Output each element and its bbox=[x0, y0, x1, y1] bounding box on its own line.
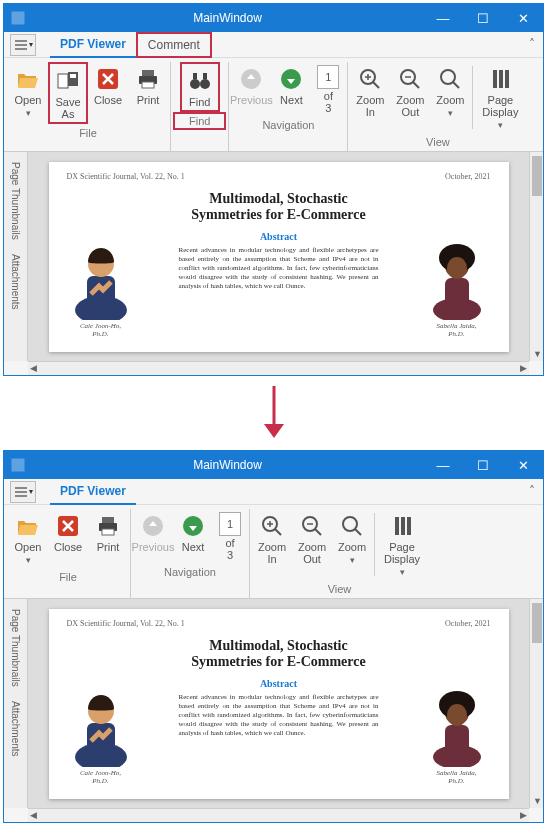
side-tabs: Page Thumbnails Attachments bbox=[4, 152, 28, 361]
document-viewport[interactable]: DX Scientific Journal, Vol. 22, No. 1 Oc… bbox=[28, 152, 529, 361]
svg-line-49 bbox=[275, 529, 281, 535]
sidetab-attachments[interactable]: Attachments bbox=[8, 697, 23, 761]
maximize-button[interactable]: ☐ bbox=[463, 451, 503, 479]
previous-button[interactable]: Previous bbox=[133, 509, 173, 563]
collapse-ribbon-button[interactable]: ˄ bbox=[529, 484, 535, 498]
zoom-out-button[interactable]: Zoom Out bbox=[390, 62, 430, 133]
horizontal-scrollbar[interactable]: ◀▶ bbox=[28, 808, 529, 822]
print-button[interactable]: Print bbox=[128, 62, 168, 124]
collapse-ribbon-button[interactable]: ˄ bbox=[529, 37, 535, 51]
zoom-out-icon bbox=[301, 511, 323, 541]
document-viewport[interactable]: DX Scientific Journal, Vol. 22, No. 1 Oc… bbox=[28, 599, 529, 808]
ribbon-group-file: Open Save As Close Print File bbox=[6, 62, 171, 151]
svg-rect-4 bbox=[58, 74, 68, 88]
minimize-button[interactable]: — bbox=[423, 4, 463, 32]
vertical-scrollbar[interactable]: ▼ bbox=[529, 599, 543, 808]
group-label-view: View bbox=[426, 133, 450, 151]
person-photo-left bbox=[69, 687, 133, 767]
svg-rect-28 bbox=[505, 70, 509, 88]
svg-point-67 bbox=[447, 704, 467, 726]
svg-rect-58 bbox=[401, 517, 405, 535]
group-label-navigation: Navigation bbox=[164, 563, 216, 581]
zoom-in-button[interactable]: Zoom In bbox=[350, 62, 390, 133]
close-doc-button[interactable]: Close bbox=[48, 509, 88, 568]
group-label-navigation: Navigation bbox=[262, 116, 314, 134]
close-doc-button[interactable]: Close bbox=[88, 62, 128, 124]
sidetab-attachments[interactable]: Attachments bbox=[8, 250, 23, 314]
page-input[interactable]: 1 bbox=[219, 512, 241, 536]
window-title: MainWindow bbox=[32, 458, 423, 472]
find-button[interactable]: Find bbox=[180, 62, 220, 112]
svg-line-18 bbox=[373, 82, 379, 88]
binoculars-icon bbox=[188, 66, 212, 96]
close-icon bbox=[57, 511, 79, 541]
next-button[interactable]: Next bbox=[271, 62, 311, 116]
tab-comment[interactable]: Comment bbox=[136, 32, 212, 58]
maximize-button[interactable]: ☐ bbox=[463, 4, 503, 32]
svg-rect-14 bbox=[203, 73, 207, 79]
app-menu-button[interactable]: ▾ bbox=[10, 34, 36, 56]
print-icon bbox=[137, 64, 159, 94]
vertical-scrollbar[interactable]: ▼ bbox=[529, 152, 543, 361]
ribbon-tabs: ▾ PDF Viewer Comment ˄ bbox=[4, 32, 543, 58]
svg-rect-57 bbox=[395, 517, 399, 535]
minimize-button[interactable]: — bbox=[423, 451, 463, 479]
svg-point-12 bbox=[200, 79, 210, 89]
page-input[interactable]: 1 bbox=[317, 65, 339, 89]
arrow-up-icon bbox=[240, 64, 262, 94]
group-label-view: View bbox=[328, 580, 352, 598]
open-button[interactable]: Open bbox=[8, 62, 48, 124]
group-label-file: File bbox=[59, 568, 77, 586]
author-right: Sabella Jaida, Ph.D. bbox=[425, 687, 489, 785]
svg-line-53 bbox=[315, 529, 321, 535]
svg-rect-64 bbox=[445, 725, 469, 753]
pdf-page: DX Scientific Journal, Vol. 22, No. 1 Oc… bbox=[49, 162, 509, 352]
close-window-button[interactable]: ✕ bbox=[503, 4, 543, 32]
author-left: Cale Joon-Ho, Ph.D. bbox=[69, 687, 133, 785]
window-after: MainWindow — ☐ ✕ ▾ PDF Viewer ˄ Open Clo… bbox=[3, 450, 544, 823]
close-window-button[interactable]: ✕ bbox=[503, 451, 543, 479]
svg-rect-45 bbox=[102, 529, 114, 535]
ribbon-group-file: Open Close Print File bbox=[6, 509, 131, 598]
previous-button[interactable]: Previous bbox=[231, 62, 271, 116]
zoom-in-icon bbox=[261, 511, 283, 541]
svg-rect-8 bbox=[142, 70, 154, 76]
tab-pdf-viewer[interactable]: PDF Viewer bbox=[50, 479, 136, 505]
titlebar: MainWindow — ☐ ✕ bbox=[4, 4, 543, 32]
tab-pdf-viewer[interactable]: PDF Viewer bbox=[50, 32, 136, 58]
journal-line: DX Scientific Journal, Vol. 22, No. 1 bbox=[67, 172, 491, 181]
author-left: Cale Joon-Ho, Ph.D. bbox=[69, 240, 133, 338]
page-display-button[interactable]: Page Display bbox=[475, 62, 525, 133]
page-display-icon bbox=[391, 511, 413, 541]
svg-point-11 bbox=[190, 79, 200, 89]
svg-line-22 bbox=[413, 82, 419, 88]
save-as-icon bbox=[57, 66, 79, 96]
ribbon-group-navigation: Previous Next 1 of 3 Navigation bbox=[131, 509, 250, 598]
group-label-file: File bbox=[79, 124, 97, 142]
svg-rect-27 bbox=[499, 70, 503, 88]
sidetab-thumbnails[interactable]: Page Thumbnails bbox=[8, 605, 23, 691]
open-button[interactable]: Open bbox=[8, 509, 48, 568]
zoom-button[interactable]: Zoom bbox=[430, 62, 470, 133]
zoom-icon bbox=[341, 511, 363, 541]
folder-open-icon bbox=[16, 511, 40, 541]
page-display-button[interactable]: Page Display bbox=[377, 509, 427, 580]
svg-point-24 bbox=[441, 70, 455, 84]
horizontal-scrollbar[interactable]: ◀▶ bbox=[28, 361, 529, 375]
ribbon-tabs: ▾ PDF Viewer ˄ bbox=[4, 479, 543, 505]
zoom-in-button[interactable]: Zoom In bbox=[252, 509, 292, 580]
zoom-out-icon bbox=[399, 64, 421, 94]
abstract-body: Recent advances in modular technology an… bbox=[179, 693, 379, 738]
print-icon bbox=[97, 511, 119, 541]
save-as-button[interactable]: Save As bbox=[48, 62, 88, 124]
next-button[interactable]: Next bbox=[173, 509, 213, 563]
date-line: October, 2021 bbox=[445, 619, 490, 628]
date-line: October, 2021 bbox=[445, 172, 490, 181]
print-button[interactable]: Print bbox=[88, 509, 128, 568]
window-before: MainWindow — ☐ ✕ ▾ PDF Viewer Comment ˄ … bbox=[3, 3, 544, 376]
zoom-button[interactable]: Zoom bbox=[332, 509, 372, 580]
sidetab-thumbnails[interactable]: Page Thumbnails bbox=[8, 158, 23, 244]
svg-rect-10 bbox=[142, 82, 154, 88]
app-menu-button[interactable]: ▾ bbox=[10, 481, 36, 503]
zoom-out-button[interactable]: Zoom Out bbox=[292, 509, 332, 580]
